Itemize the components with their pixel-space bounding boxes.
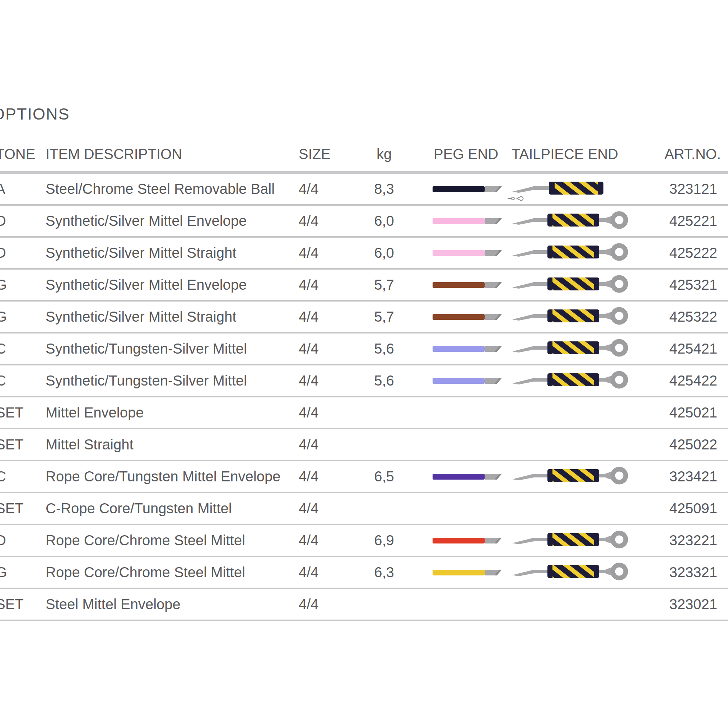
art-no-cell: 425221: [670, 206, 717, 236]
tone-cell: A: [0, 174, 5, 204]
removable-ball-icon: [507, 515, 525, 521]
header-tailpiece-end: TAILPIECE END: [512, 145, 618, 163]
item-description-cell: Mittel Straight: [46, 429, 133, 460]
table-row: D Synthetic/Silver Mittel Envelope 4/4 6…: [0, 206, 728, 238]
size-cell: 4/4: [299, 333, 319, 364]
removable-ball-icon: [507, 355, 525, 361]
tone-cell: C: [0, 333, 6, 364]
kg-cell: [366, 429, 402, 460]
size-cell: 4/4: [299, 589, 319, 619]
tailpiece-end-string-icon: [512, 429, 629, 460]
item-description-cell: Steel/Chrome Steel Removable Ball: [46, 174, 275, 204]
peg-end-string-icon: [433, 557, 503, 588]
tailpiece-end-string-icon: [512, 493, 629, 524]
art-no-cell: 425322: [670, 301, 717, 332]
kg-cell: [366, 398, 402, 428]
art-no-cell: 323121: [670, 174, 717, 204]
tone-cell: D: [0, 206, 6, 236]
tone-cell: D: [0, 525, 6, 556]
size-cell: 4/4: [299, 269, 319, 300]
tone-cell: SET: [0, 398, 24, 428]
item-description-cell: Synthetic/Silver Mittel Envelope: [46, 206, 246, 236]
size-cell: 4/4: [299, 238, 319, 268]
tailpiece-end-string-icon: [512, 238, 629, 268]
removable-ball-icon: [507, 547, 525, 553]
removable-ball-icon: [507, 610, 525, 617]
header-kg: kg: [366, 145, 402, 163]
header-item-description: ITEM DESCRIPTION: [46, 145, 182, 163]
page-title: OPTIONS: [0, 105, 70, 124]
removable-ball-icon: [507, 259, 525, 266]
item-description-cell: Synthetic/Tungsten-Silver Mittel: [46, 333, 247, 364]
tailpiece-end-string-icon: [512, 461, 629, 492]
art-no-cell: 425091: [670, 493, 717, 524]
item-description-cell: Synthetic/Silver Mittel Straight: [46, 238, 236, 268]
peg-end-string-icon: [433, 301, 503, 332]
size-cell: 4/4: [299, 525, 319, 556]
removable-ball-icon: [507, 291, 525, 298]
tone-cell: D: [0, 238, 6, 268]
peg-end-string-icon: [433, 398, 503, 428]
removable-ball-icon: [507, 227, 525, 234]
table-row: SET C-Rope Core/Tungsten Mittel 4/4 4250…: [0, 493, 728, 525]
art-no-cell: 425222: [670, 238, 717, 268]
table-row: C Synthetic/Tungsten-Silver Mittel 4/4 5…: [0, 366, 728, 398]
removable-ball-icon: [507, 419, 525, 425]
table-row: G Synthetic/Silver Mittel Envelope 4/4 5…: [0, 269, 728, 301]
removable-ball-icon: [507, 483, 525, 489]
header-tone: TONE: [0, 145, 35, 163]
table-row: SET Steel Mittel Envelope 4/4 323021: [0, 589, 728, 621]
table-row: G Synthetic/Silver Mittel Straight 4/4 5…: [0, 301, 728, 333]
tailpiece-end-string-icon: [512, 333, 629, 364]
peg-end-string-icon: [433, 269, 503, 300]
tone-cell: G: [0, 301, 7, 332]
kg-cell: 5,6: [366, 333, 402, 364]
tailpiece-end-string-icon: [512, 269, 629, 300]
peg-end-string-icon: [433, 589, 503, 619]
peg-end-string-icon: [433, 238, 503, 268]
table-row: C Synthetic/Tungsten-Silver Mittel 4/4 5…: [0, 333, 728, 366]
item-description-cell: Rope Core/Tungsten Mittel Envelope: [46, 461, 280, 492]
table-header-row: TONE ITEM DESCRIPTION SIZE kg PEG END TA…: [0, 145, 728, 163]
tone-cell: G: [0, 269, 7, 300]
size-cell: 4/4: [299, 206, 319, 236]
art-no-cell: 323321: [670, 557, 717, 588]
header-divider: [0, 171, 728, 174]
table-body: A Steel/Chrome Steel Removable Ball 4/4 …: [0, 174, 728, 621]
art-no-cell: 425022: [670, 429, 717, 460]
item-description-cell: C-Rope Core/Tungsten Mittel: [46, 493, 232, 524]
kg-cell: 6,0: [366, 238, 402, 268]
item-description-cell: Rope Core/Chrome Steel Mittel: [46, 557, 245, 588]
tailpiece-end-string-icon: [512, 366, 629, 396]
kg-cell: 6,3: [366, 557, 402, 588]
table-row: D Synthetic/Silver Mittel Straight 4/4 6…: [0, 238, 728, 269]
art-no-cell: 425421: [670, 333, 717, 364]
tailpiece-end-string-icon: [512, 525, 629, 556]
tailpiece-end-string-icon: [512, 206, 629, 236]
art-no-cell: 425321: [670, 269, 717, 300]
tone-cell: SET: [0, 429, 24, 460]
table-row: G Rope Core/Chrome Steel Mittel 4/4 6,3 …: [0, 557, 728, 589]
kg-cell: [366, 493, 402, 524]
item-description-cell: Synthetic/Silver Mittel Straight: [46, 301, 236, 332]
size-cell: 4/4: [299, 461, 319, 492]
peg-end-string-icon: [433, 206, 503, 236]
peg-end-string-icon: [433, 493, 503, 524]
tone-cell: G: [0, 557, 7, 588]
kg-cell: 6,5: [366, 461, 402, 492]
table-row: SET Mittel Envelope 4/4 425021: [0, 398, 728, 429]
kg-cell: 5,6: [366, 366, 402, 396]
tailpiece-end-string-icon: [512, 589, 629, 619]
kg-cell: [366, 589, 402, 619]
peg-end-string-icon: [433, 461, 503, 492]
peg-end-string-icon: [433, 174, 503, 204]
item-description-cell: Steel Mittel Envelope: [46, 589, 180, 619]
removable-ball-icon: [507, 195, 525, 202]
peg-end-string-icon: [433, 366, 503, 396]
table-row: C Rope Core/Tungsten Mittel Envelope 4/4…: [0, 461, 728, 493]
removable-ball-icon: [507, 323, 525, 330]
table-row: A Steel/Chrome Steel Removable Ball 4/4 …: [0, 174, 728, 206]
header-size: SIZE: [299, 145, 330, 163]
size-cell: 4/4: [299, 557, 319, 588]
kg-cell: 6,9: [366, 525, 402, 556]
